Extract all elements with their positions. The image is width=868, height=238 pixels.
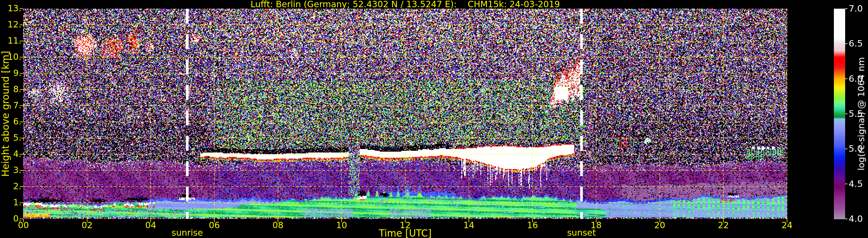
y-tick-label: 0.: [0, 213, 22, 224]
x-tick-label: 02: [82, 220, 93, 230]
x-tick-label: 24: [781, 220, 793, 230]
colorbar-tick-label: 4.5: [848, 178, 863, 189]
y-tick-label: 12.: [0, 19, 22, 30]
colorbar-tick-label: 6.0: [848, 73, 863, 84]
x-tick-label: 16: [527, 220, 538, 230]
colorbar-tick-label: 4.0: [848, 213, 863, 224]
ceilometer-quicklook-figure: Lufft: Berlin (Germany; 52.4302 N / 13.5…: [0, 0, 868, 238]
y-tick-label: 3.: [0, 165, 22, 175]
y-tick-label: 8.: [0, 84, 22, 94]
x-tick-label: 08: [273, 220, 283, 230]
x-tick-label: 22: [718, 220, 729, 230]
x-tick-label: 12: [400, 220, 411, 230]
colorbar-tick-label: 5.5: [848, 108, 863, 119]
y-tick-label: 5.: [0, 133, 22, 143]
y-tick-label: 2.: [0, 181, 22, 191]
x-tick-label: 06: [209, 220, 220, 230]
colorbar-tick-label: 6.5: [848, 38, 863, 48]
y-tick-label: 11.: [0, 36, 22, 46]
x-tick-label: 20: [654, 220, 665, 230]
colorbar-tick-label: 5.0: [848, 143, 863, 154]
x-tick-label: 18: [591, 220, 601, 230]
heatmap-canvas: [0, 0, 868, 238]
plot-title: Lufft: Berlin (Germany; 52.4302 N / 13.5…: [250, 0, 560, 9]
colorbar-tick-label: 7.0: [848, 3, 863, 13]
y-tick-label: 10.: [0, 52, 22, 62]
y-tick-label: 9.: [0, 68, 22, 78]
sunrise-label: sunrise: [172, 228, 203, 238]
y-tick-label: 13.: [0, 3, 22, 13]
y-tick-label: 6.: [0, 116, 22, 127]
x-tick-label: 10: [336, 220, 347, 230]
x-tick-label: 04: [145, 220, 156, 230]
y-tick-label: 4.: [0, 149, 22, 159]
y-tick-label: 7.: [0, 100, 22, 110]
x-tick-label: 14: [463, 220, 474, 230]
y-tick-label: 1.: [0, 197, 22, 207]
